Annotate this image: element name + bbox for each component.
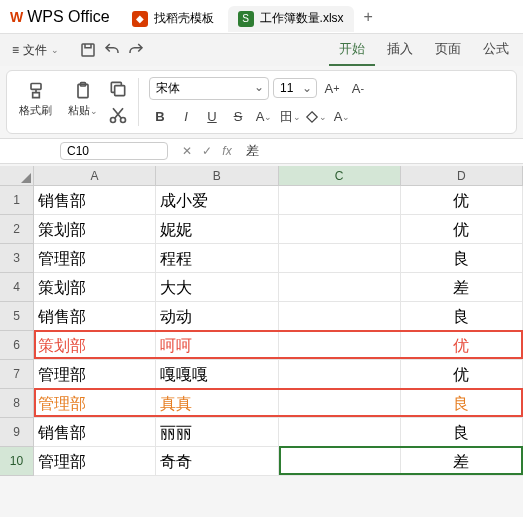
border-button[interactable]: 田⌄	[279, 106, 301, 128]
cell[interactable]: 动动	[156, 302, 278, 331]
cell[interactable]	[279, 418, 401, 447]
ribbon-tab-formula[interactable]: 公式	[473, 34, 519, 66]
row-header[interactable]: 10	[0, 447, 34, 476]
cell[interactable]	[279, 186, 401, 215]
italic-button[interactable]: I	[175, 106, 197, 128]
col-header-a[interactable]: A	[34, 166, 156, 185]
row-header[interactable]: 2	[0, 215, 34, 244]
fill-color-button[interactable]: ⌄	[305, 106, 327, 128]
cell[interactable]	[279, 273, 401, 302]
hamburger-icon: ≡	[12, 43, 19, 57]
font-size-select[interactable]: 11	[273, 78, 317, 98]
col-header-c[interactable]: C	[279, 166, 401, 185]
cell[interactable]	[279, 302, 401, 331]
cell[interactable]	[279, 331, 401, 360]
cell[interactable]: 销售部	[34, 302, 156, 331]
format-painter-label: 格式刷	[19, 103, 52, 118]
cell[interactable]: 优	[401, 360, 523, 389]
cell[interactable]: 管理部	[34, 244, 156, 273]
font-name-select[interactable]: 宋体	[149, 77, 269, 100]
spreadsheet-grid[interactable]: A B C D 1销售部成小爱优2策划部妮妮优3管理部程程良4策划部大大差5销售…	[0, 166, 523, 476]
copy-icon[interactable]	[108, 79, 128, 99]
col-header-b[interactable]: B	[156, 166, 278, 185]
tab-template[interactable]: ◆ 找稻壳模板	[122, 6, 224, 32]
tab-template-icon: ◆	[132, 11, 148, 27]
cell[interactable]: 良	[401, 244, 523, 273]
ribbon-tab-insert[interactable]: 插入	[377, 34, 423, 66]
row-header[interactable]: 5	[0, 302, 34, 331]
cell[interactable]: 奇奇	[156, 447, 278, 476]
row-header[interactable]: 1	[0, 186, 34, 215]
cell[interactable]	[279, 447, 401, 476]
name-box[interactable]	[60, 142, 168, 160]
cell[interactable]: 管理部	[34, 360, 156, 389]
svg-rect-0	[82, 44, 94, 56]
cell[interactable]: 差	[401, 273, 523, 302]
file-menu-button[interactable]: ≡ 文件 ⌄	[4, 38, 67, 63]
cell[interactable]: 程程	[156, 244, 278, 273]
menu-left: ≡ 文件 ⌄	[4, 38, 153, 63]
font-color-button[interactable]: A⌄	[253, 106, 275, 128]
svg-rect-4	[115, 86, 125, 96]
cell[interactable]: 嘎嘎嘎	[156, 360, 278, 389]
ribbon: 格式刷 粘贴⌄ 宋体 11 A+ A- B I U S A⌄ 田⌄ ⌄	[6, 70, 517, 134]
paste-button[interactable]: 粘贴⌄	[62, 79, 104, 125]
wps-logo-icon: W	[10, 9, 23, 25]
row-header[interactable]: 6	[0, 331, 34, 360]
cell[interactable]	[279, 360, 401, 389]
accept-formula-icon[interactable]: ✓	[198, 144, 216, 158]
increase-font-icon[interactable]: A+	[321, 77, 343, 99]
new-tab-button[interactable]: +	[356, 8, 381, 26]
cell[interactable]: 销售部	[34, 186, 156, 215]
select-all-corner[interactable]	[0, 166, 34, 185]
row-header[interactable]: 8	[0, 389, 34, 418]
cell[interactable]: 管理部	[34, 447, 156, 476]
cell[interactable]	[279, 389, 401, 418]
fx-icon[interactable]: fx	[218, 144, 236, 158]
formula-content[interactable]: 差	[242, 142, 259, 160]
cell[interactable]: 良	[401, 389, 523, 418]
underline-button[interactable]: U	[201, 106, 223, 128]
undo-icon[interactable]	[103, 41, 121, 59]
cell[interactable]: 策划部	[34, 331, 156, 360]
cell[interactable]: 策划部	[34, 215, 156, 244]
cell[interactable]: 优	[401, 186, 523, 215]
strike-button[interactable]: S	[227, 106, 249, 128]
cell[interactable]: 优	[401, 215, 523, 244]
cell[interactable]: 良	[401, 302, 523, 331]
bold-button[interactable]: B	[149, 106, 171, 128]
redo-icon[interactable]	[127, 41, 145, 59]
row-header[interactable]: 3	[0, 244, 34, 273]
cell[interactable]	[279, 215, 401, 244]
cell[interactable]: 优	[401, 331, 523, 360]
cell[interactable]: 销售部	[34, 418, 156, 447]
cell[interactable]: 管理部	[34, 389, 156, 418]
spreadsheet-icon: S	[238, 11, 254, 27]
table-row: 7管理部嘎嘎嘎优	[0, 360, 523, 389]
cell[interactable]: 妮妮	[156, 215, 278, 244]
cut-icon[interactable]	[108, 105, 128, 125]
ribbon-tab-page[interactable]: 页面	[425, 34, 471, 66]
cell[interactable]: 呵呵	[156, 331, 278, 360]
cell[interactable]: 真真	[156, 389, 278, 418]
row-header[interactable]: 7	[0, 360, 34, 389]
format-painter-button[interactable]: 格式刷	[13, 79, 58, 125]
table-row: 4策划部大大差	[0, 273, 523, 302]
table-row: 2策划部妮妮优	[0, 215, 523, 244]
cell[interactable]: 成小爱	[156, 186, 278, 215]
row-header[interactable]: 9	[0, 418, 34, 447]
cell[interactable]: 丽丽	[156, 418, 278, 447]
save-icon[interactable]	[79, 41, 97, 59]
cell[interactable]	[279, 244, 401, 273]
decrease-font-icon[interactable]: A-	[347, 77, 369, 99]
cell[interactable]: 良	[401, 418, 523, 447]
ribbon-tab-start[interactable]: 开始	[329, 34, 375, 66]
cancel-formula-icon[interactable]: ✕	[178, 144, 196, 158]
tab-workbook[interactable]: S 工作簿数量.xlsx	[228, 6, 354, 32]
highlight-button[interactable]: A⌄	[331, 106, 353, 128]
cell[interactable]: 策划部	[34, 273, 156, 302]
cell[interactable]: 差	[401, 447, 523, 476]
row-header[interactable]: 4	[0, 273, 34, 302]
col-header-d[interactable]: D	[401, 166, 523, 185]
cell[interactable]: 大大	[156, 273, 278, 302]
